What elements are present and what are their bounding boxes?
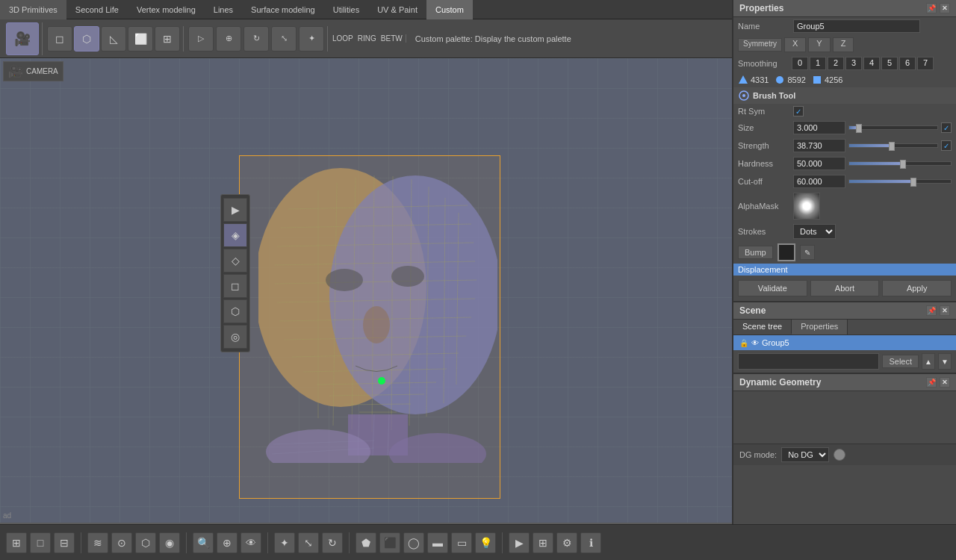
size-slider[interactable] xyxy=(848,125,938,130)
cutoff-slider[interactable] xyxy=(848,179,952,184)
bottom-snap-btn[interactable]: ≋ xyxy=(87,532,108,553)
viewport[interactable]: ad xyxy=(0,58,732,523)
displacement-row[interactable]: Displacement xyxy=(733,264,956,276)
bottom-cube-btn[interactable]: ⬛ xyxy=(379,532,400,553)
scene-search-input[interactable] xyxy=(738,353,879,370)
sculpt-btn[interactable]: ◈ xyxy=(223,223,247,247)
alphamask-preview[interactable] xyxy=(793,193,820,220)
smooth-7[interactable]: 7 xyxy=(917,57,934,70)
sym-x-btn[interactable]: X xyxy=(784,37,806,52)
view-front-btn[interactable]: ◻ xyxy=(47,26,72,52)
move-btn[interactable]: ⊕ xyxy=(216,26,241,52)
cutoff-slider-track[interactable] xyxy=(848,179,952,184)
bottom-dot-btn[interactable]: ⬡ xyxy=(135,532,156,553)
color-edit-btn[interactable]: ✎ xyxy=(800,245,815,260)
bottom-info-btn[interactable]: ℹ xyxy=(580,532,601,553)
bottom-grid2-btn[interactable]: ⊙ xyxy=(111,532,132,553)
bump-button[interactable]: Bump xyxy=(738,246,773,259)
scene-close-btn[interactable]: ✕ xyxy=(940,305,950,316)
hardness-input[interactable] xyxy=(793,157,845,170)
bottom-layout-btn[interactable]: □ xyxy=(30,532,51,553)
hardness-slider[interactable] xyxy=(848,161,952,166)
dg-mode-select[interactable]: No DG DG xyxy=(781,447,829,462)
bottom-plane-btn[interactable]: ▭ xyxy=(451,532,472,553)
smooth-3[interactable]: 3 xyxy=(845,57,862,70)
apply-button[interactable]: Apply xyxy=(882,280,952,296)
strength-lock[interactable] xyxy=(941,140,952,151)
cutoff-slider-handle[interactable] xyxy=(910,178,916,187)
cutoff-input[interactable] xyxy=(793,175,845,188)
flatten-btn[interactable]: ◻ xyxy=(223,274,247,298)
smooth-4[interactable]: 4 xyxy=(863,57,880,70)
strength-input[interactable] xyxy=(793,139,845,152)
size-input[interactable] xyxy=(793,121,845,134)
bottom-wire-btn[interactable]: ⊞ xyxy=(533,532,553,553)
dg-close-btn[interactable]: ✕ xyxy=(940,377,950,388)
tab-scene-tree[interactable]: Scene tree xyxy=(733,320,792,335)
properties-pin-btn[interactable]: 📌 xyxy=(926,3,937,13)
menu-vertex-modeling[interactable]: Vertex modeling xyxy=(128,0,205,19)
pinch-btn[interactable]: ◎ xyxy=(223,325,247,349)
camera-button[interactable]: 🎥 xyxy=(6,22,39,55)
color-swatch[interactable] xyxy=(777,243,795,261)
menu-second-life[interactable]: Second Life xyxy=(66,0,128,19)
bottom-rotate2-btn[interactable]: ↻ xyxy=(322,532,343,553)
dg-pin-btn[interactable]: 📌 xyxy=(926,377,937,388)
bottom-fill-btn[interactable]: ◉ xyxy=(159,532,180,553)
bottom-sphere-btn[interactable]: ⬟ xyxy=(356,532,376,553)
arrow-up-btn[interactable]: ▲ xyxy=(922,353,935,370)
size-slider-track[interactable] xyxy=(848,125,938,130)
bottom-settings-btn[interactable]: ⚙ xyxy=(556,532,577,553)
menu-custom[interactable]: Custom xyxy=(426,0,473,19)
rt-sym-checkbox[interactable] xyxy=(793,106,804,116)
smooth-btn[interactable]: ◇ xyxy=(223,249,247,273)
view-side-btn[interactable]: ◺ xyxy=(101,26,126,52)
properties-close-btn[interactable]: ✕ xyxy=(940,3,950,13)
bottom-eye-btn[interactable]: 👁 xyxy=(240,532,261,553)
strength-slider-track[interactable] xyxy=(848,143,938,148)
strokes-select[interactable]: Dots Lines xyxy=(793,224,836,239)
hardness-slider-handle[interactable] xyxy=(900,160,906,169)
name-input[interactable] xyxy=(793,19,920,33)
smooth-0[interactable]: 0 xyxy=(792,57,808,70)
scene-group5-item[interactable]: 🔒 👁 Group5 xyxy=(733,335,956,350)
view-top-btn[interactable]: ⬜ xyxy=(128,26,153,52)
bottom-torus-btn[interactable]: ◯ xyxy=(403,532,424,553)
bottom-frame-btn[interactable]: ⊕ xyxy=(217,532,238,553)
validate-button[interactable]: Validate xyxy=(738,280,807,296)
menu-lines[interactable]: Lines xyxy=(205,0,242,19)
smooth-2[interactable]: 2 xyxy=(828,57,844,70)
symmetry-btn[interactable]: Symmetry xyxy=(738,38,782,52)
bottom-cylinder-btn[interactable]: ▬ xyxy=(427,532,448,553)
inflate-btn[interactable]: ⬡ xyxy=(223,299,247,323)
bottom-split-btn[interactable]: ⊟ xyxy=(54,532,75,553)
arrow-right-btn[interactable]: ▶ xyxy=(223,198,247,222)
select-btn[interactable]: ▷ xyxy=(188,26,214,52)
smooth-6[interactable]: 6 xyxy=(899,57,916,70)
size-slider-handle[interactable] xyxy=(856,124,862,133)
smooth-5[interactable]: 5 xyxy=(881,57,898,70)
scale-btn[interactable]: ⤡ xyxy=(271,26,297,52)
strength-slider-handle[interactable] xyxy=(889,142,895,151)
strength-slider[interactable] xyxy=(848,143,938,148)
bottom-light-btn[interactable]: 💡 xyxy=(475,532,496,553)
select-button[interactable]: Select xyxy=(882,355,919,368)
sym-z-btn[interactable]: Z xyxy=(833,37,854,52)
abort-button[interactable]: Abort xyxy=(810,280,880,296)
view-4-btn[interactable]: ⊞ xyxy=(155,26,180,52)
bottom-zoom-btn[interactable]: 🔍 xyxy=(193,532,214,553)
size-lock[interactable] xyxy=(941,122,952,133)
menu-uv-paint[interactable]: UV & Paint xyxy=(368,0,426,19)
arrow-down-btn[interactable]: ▼ xyxy=(938,353,952,370)
sym-y-btn[interactable]: Y xyxy=(808,37,830,52)
menu-surface-modeling[interactable]: Surface modeling xyxy=(242,0,324,19)
menu-utilities[interactable]: Utilities xyxy=(324,0,368,19)
bottom-scale2-btn[interactable]: ⤡ xyxy=(298,532,319,553)
hardness-slider-track[interactable] xyxy=(848,161,952,166)
transform-btn[interactable]: ✦ xyxy=(299,26,324,52)
smooth-1[interactable]: 1 xyxy=(810,57,826,70)
rotate-btn[interactable]: ↻ xyxy=(243,26,269,52)
scene-pin-btn[interactable]: 📌 xyxy=(926,305,937,316)
view-perspective-btn[interactable]: ⬡ xyxy=(74,26,99,52)
bottom-render-btn[interactable]: ▶ xyxy=(509,532,530,553)
